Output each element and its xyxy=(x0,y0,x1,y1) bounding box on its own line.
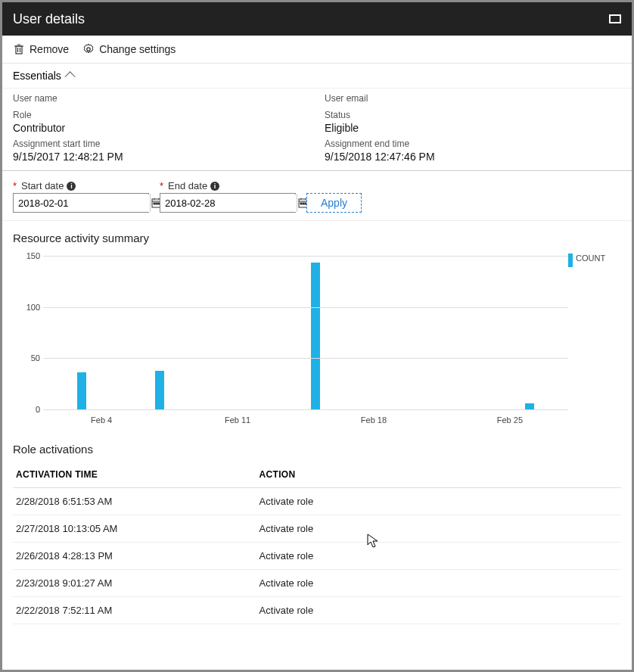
chart-y-tick: 50 xyxy=(13,353,40,362)
end-date-input-wrap[interactable] xyxy=(160,193,296,213)
apply-button[interactable]: Apply xyxy=(306,193,362,213)
cell-action: Activate role xyxy=(256,543,621,570)
info-icon[interactable]: i xyxy=(210,182,219,191)
remove-label: Remove xyxy=(30,43,69,55)
assignment-end-value: 9/15/2018 12:47:46 PM xyxy=(325,151,621,163)
gear-icon xyxy=(82,43,95,55)
assignment-start-label: Assignment start time xyxy=(13,138,309,149)
chart-x-tick: Feb 25 xyxy=(497,415,523,425)
cell-activation-time: 2/26/2018 4:28:13 PM xyxy=(13,543,256,570)
cell-action: Activate role xyxy=(256,570,621,597)
user-email-label: User email xyxy=(325,93,621,104)
chart-y-tick: 150 xyxy=(13,251,40,260)
chart-bar[interactable] xyxy=(311,263,320,409)
change-settings-button[interactable]: Change settings xyxy=(82,43,176,55)
cell-action: Activate role xyxy=(256,488,621,515)
role-value: Contributor xyxy=(13,122,309,134)
start-date-input-wrap[interactable] xyxy=(13,193,149,213)
chart-y-tick: 0 xyxy=(13,405,40,414)
chart-gridline xyxy=(43,358,568,359)
svg-rect-8 xyxy=(303,203,304,204)
end-date-field: * End date i xyxy=(160,180,296,213)
table-header-row: ACTIVATION TIME ACTION xyxy=(13,462,621,488)
start-date-label: * Start date i xyxy=(13,180,149,191)
chart-bar[interactable] xyxy=(155,371,164,409)
essentials-toggle[interactable]: Essentials xyxy=(2,64,632,89)
user-details-panel: User details Remove Change settings Esse… xyxy=(2,2,632,670)
chart-x-tick: Feb 11 xyxy=(225,415,250,425)
table-row[interactable]: 2/26/2018 4:28:13 PMActivate role xyxy=(13,543,621,570)
svg-rect-4 xyxy=(156,203,157,204)
cell-action: Activate role xyxy=(256,597,621,624)
role-field: Role Contributor xyxy=(13,110,309,134)
trash-icon xyxy=(13,43,25,55)
required-mark: * xyxy=(160,180,163,191)
chart-legend: COUNT xyxy=(568,250,621,425)
table-row[interactable]: 2/22/2018 7:52:11 AMActivate role xyxy=(13,597,621,624)
chart-gridline xyxy=(43,256,568,257)
activity-chart-wrap: 050100150Feb 4Feb 11Feb 18Feb 25 COUNT xyxy=(2,250,632,432)
status-label: Status xyxy=(325,110,621,120)
chart-bar[interactable] xyxy=(77,372,86,409)
assignment-start-value: 9/15/2017 12:48:21 PM xyxy=(13,151,309,163)
svg-rect-7 xyxy=(300,203,302,204)
remove-button[interactable]: Remove xyxy=(13,43,69,55)
activity-chart: 050100150Feb 4Feb 11Feb 18Feb 25 xyxy=(13,250,568,425)
role-label: Role xyxy=(13,110,309,120)
svg-rect-3 xyxy=(154,203,155,204)
user-email-field: User email xyxy=(325,93,621,105)
maximize-icon[interactable] xyxy=(609,14,621,23)
chart-x-tick: Feb 18 xyxy=(361,415,387,425)
end-date-input[interactable] xyxy=(160,194,297,212)
activations-table: ACTIVATION TIME ACTION 2/28/2018 6:51:53… xyxy=(13,462,621,624)
status-value: Eligible xyxy=(325,122,621,134)
chart-y-tick: 100 xyxy=(13,303,40,312)
assignment-end-field: Assignment end time 9/15/2018 12:47:46 P… xyxy=(325,138,621,163)
user-name-field: User name xyxy=(13,93,309,105)
essentials-header-label: Essentials xyxy=(13,70,61,82)
titlebar: User details xyxy=(2,2,632,36)
legend-label: COUNT xyxy=(576,254,605,263)
cell-activation-time: 2/28/2018 6:51:53 AM xyxy=(13,488,256,515)
chart-plot-area xyxy=(43,250,568,409)
table-row[interactable]: 2/28/2018 6:51:53 AMActivate role xyxy=(13,488,621,515)
cell-activation-time: 2/23/2018 9:01:27 AM xyxy=(13,570,256,597)
status-field: Status Eligible xyxy=(325,110,621,134)
legend-swatch xyxy=(568,254,573,267)
cell-activation-time: 2/27/2018 10:13:05 AM xyxy=(13,515,256,543)
date-filter-row: * Start date i * End date i xyxy=(2,171,632,221)
start-date-field: * Start date i xyxy=(13,180,149,213)
settings-label: Change settings xyxy=(99,43,176,55)
essentials-body: User name User email Role Contributor St… xyxy=(2,89,632,171)
start-date-input[interactable] xyxy=(14,194,150,212)
titlebar-controls xyxy=(609,14,621,23)
svg-rect-0 xyxy=(16,46,22,54)
end-date-label: * End date i xyxy=(160,180,296,191)
toolbar: Remove Change settings xyxy=(2,36,632,64)
table-row[interactable]: 2/27/2018 10:13:05 AMActivate role xyxy=(13,515,621,543)
col-activation-time[interactable]: ACTIVATION TIME xyxy=(13,462,256,488)
cell-action: Activate role xyxy=(256,515,621,543)
required-mark: * xyxy=(13,180,17,191)
role-activations-title: Role activations xyxy=(2,432,632,462)
activations-table-wrap: ACTIVATION TIME ACTION 2/28/2018 6:51:53… xyxy=(2,462,632,624)
info-icon[interactable]: i xyxy=(67,182,76,191)
assignment-start-field: Assignment start time 9/15/2017 12:48:21… xyxy=(13,138,309,163)
chart-gridline xyxy=(43,409,568,410)
assignment-end-label: Assignment end time xyxy=(325,138,621,149)
table-row[interactable]: 2/23/2018 9:01:27 AMActivate role xyxy=(13,570,621,597)
cell-activation-time: 2/22/2018 7:52:11 AM xyxy=(13,597,256,624)
activity-summary-title: Resource activity summary xyxy=(2,221,632,250)
svg-point-1 xyxy=(87,48,90,51)
col-action[interactable]: ACTION xyxy=(256,462,621,488)
chart-x-tick: Feb 4 xyxy=(91,415,112,425)
chart-gridline xyxy=(43,307,568,308)
page-title: User details xyxy=(13,11,85,27)
chevron-up-icon xyxy=(64,71,75,82)
user-name-label: User name xyxy=(13,93,309,104)
chart-bar[interactable] xyxy=(525,403,534,409)
